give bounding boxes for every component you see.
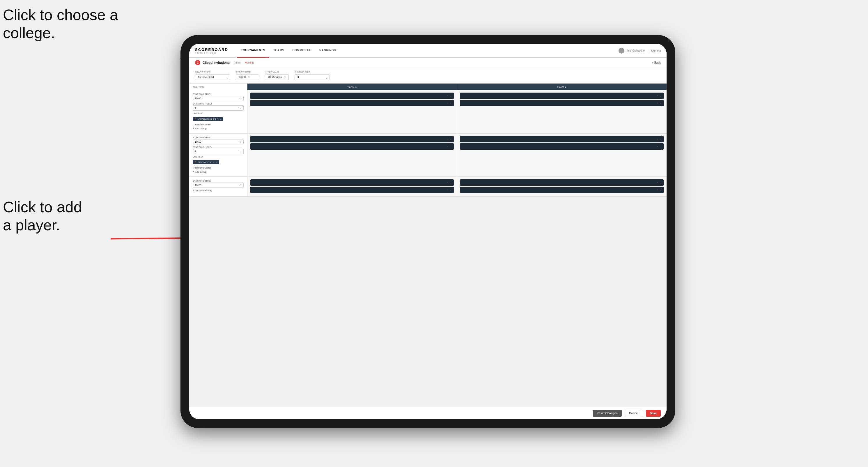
group-size-label: Group Size — [294, 71, 330, 73]
starting-time-value-0[interactable]: 10:00 ⏱ — [193, 96, 244, 101]
course-chevron-1[interactable]: ⌄ — [215, 161, 218, 164]
form-group-start-type: Start Type 1st Tee Start — [195, 71, 230, 80]
tee-left-0: STARTING TIME: 10:00 ⏱ STARTING HOLE: 1 … — [189, 90, 247, 133]
starting-time-value-2[interactable]: 10:20 ⏱ — [193, 183, 244, 188]
tablet-frame: SCOREBOARD Powered by clippd TOURNAMENTS… — [181, 35, 675, 428]
slot-chevron-icon[interactable]: ⌄ — [659, 181, 662, 184]
slot-chevron-icon[interactable]: ⌄ — [659, 188, 662, 191]
player-slot-t2-0-1[interactable]: × ⌄ — [460, 100, 664, 106]
slot-x-icon[interactable]: × — [657, 102, 658, 104]
start-time-label: Start Time — [236, 71, 259, 73]
player-slot-t1-1-1[interactable]: × ⌄ — [250, 143, 454, 150]
tee-right-1: × ⌄ × ⌄ × ⌄ — [247, 134, 666, 177]
remove-group-btn-1[interactable]: ○ Remove Group — [193, 166, 244, 169]
back-label: Back — [654, 61, 661, 64]
course-chevron-0[interactable]: ⌄ — [219, 117, 222, 120]
slot-chevron-icon[interactable]: ⌄ — [450, 102, 452, 104]
slot-x-icon[interactable]: × — [447, 102, 448, 104]
group-size-select-wrapper[interactable]: 3 — [294, 74, 330, 80]
nav-tab-tournaments[interactable]: TOURNAMENTS — [237, 44, 269, 58]
col-header-team2: Team 2 — [457, 84, 666, 90]
player-slot-t1-0-0[interactable]: × ⌄ — [250, 93, 454, 99]
slot-x-icon[interactable]: × — [657, 188, 658, 191]
course-tag-0[interactable]: 🏌 (A) Peachtree GC × ⌄ — [193, 117, 223, 121]
form-group-start-time: Start Time 10:00 ⏱ — [236, 71, 259, 80]
course-name-1: East Lake GC — [198, 161, 212, 164]
clippd-logo-icon: C — [195, 60, 200, 65]
slot-x-icon[interactable]: × — [447, 145, 448, 148]
main-content: Tee Time Team 1 Team 2 STARTING TIME: 10… — [189, 84, 666, 407]
annotation-line3: Click to add — [3, 198, 82, 215]
course-icon-0: 🏌 — [194, 118, 197, 120]
slot-x-icon[interactable]: × — [447, 138, 448, 141]
player-slot-t2-2-1[interactable]: × ⌄ — [460, 187, 664, 193]
start-time-input[interactable]: 10:00 ⏱ — [236, 74, 259, 80]
start-time-value: 10:00 — [238, 76, 246, 79]
nav-tabs: TOURNAMENTS TEAMS COMMITTEE RANKINGS — [237, 44, 619, 58]
course-remove-0[interactable]: × — [217, 117, 219, 120]
slot-chevron-icon[interactable]: ⌄ — [450, 138, 452, 141]
slot-x-icon[interactable]: × — [657, 181, 658, 184]
nav-tab-teams[interactable]: TEAMS — [269, 44, 288, 58]
team1-col-1: × ⌄ × ⌄ — [247, 134, 457, 177]
start-type-label: Start Type — [195, 71, 230, 73]
starting-hole-value-0[interactable]: 1 ⌃⌄ — [193, 105, 244, 111]
slot-x-icon[interactable]: × — [447, 181, 448, 184]
nav-tab-rankings[interactable]: RANKINGS — [315, 44, 340, 58]
starting-time-value-1[interactable]: 10:10 ⏱ — [193, 139, 244, 145]
player-slot-t1-1-0[interactable]: × ⌄ — [250, 136, 454, 143]
slot-chevron-icon[interactable]: ⌄ — [450, 145, 452, 148]
slot-chevron-icon[interactable]: ⌄ — [659, 102, 662, 104]
add-group-btn-1[interactable]: + Add Group — [193, 170, 244, 174]
start-type-select[interactable]: 1st Tee Start — [195, 74, 230, 80]
tee-right-0: × ⌄ × ⌄ × ⌄ — [247, 90, 666, 133]
course-tag-1[interactable]: 🏌 East Lake GC × ⌄ — [193, 160, 219, 164]
back-chevron-icon: ‹ — [652, 61, 653, 64]
sign-out-link[interactable]: Sign out — [651, 49, 661, 52]
slot-chevron-icon[interactable]: ⌄ — [659, 94, 662, 97]
player-slot-t2-1-0[interactable]: × ⌄ — [460, 136, 664, 143]
player-slot-t2-0-0[interactable]: × ⌄ — [460, 93, 664, 99]
slot-chevron-icon[interactable]: ⌄ — [659, 145, 662, 148]
slot-x-icon[interactable]: × — [447, 188, 448, 191]
annotation-line2: college. — [3, 25, 55, 41]
group-size-select[interactable]: 3 — [294, 74, 330, 80]
starting-hole-value-1[interactable]: 1 ⌃⌄ — [193, 149, 244, 154]
tee-row-2: STARTING TIME: 10:20 ⏱ STARTING HOLE: × … — [189, 177, 666, 197]
slot-x-icon[interactable]: × — [657, 145, 658, 148]
slot-chevron-icon[interactable]: ⌄ — [450, 181, 452, 184]
slot-x-icon[interactable]: × — [657, 94, 658, 97]
course-label-0: COURSE: — [193, 113, 244, 115]
course-remove-1[interactable]: × — [213, 161, 215, 164]
group-actions-0: ○ Remove Group + Add Group — [193, 123, 244, 130]
player-slot-t2-1-1[interactable]: × ⌄ — [460, 143, 664, 150]
player-slot-t1-0-1[interactable]: × ⌄ — [250, 100, 454, 106]
slot-x-icon[interactable]: × — [657, 138, 658, 141]
slot-x-icon[interactable]: × — [447, 94, 448, 97]
starting-hole-label-1: STARTING HOLE: — [193, 146, 244, 148]
remove-group-btn-0[interactable]: ○ Remove Group — [193, 123, 244, 126]
tournament-name: Clippd Invitational — [203, 61, 230, 64]
back-button[interactable]: ‹ Back — [652, 61, 661, 64]
slot-chevron-icon[interactable]: ⌄ — [450, 94, 452, 97]
time-icon-0: ⏱ — [239, 97, 242, 100]
intervals-icon: ⏱ — [283, 76, 286, 79]
slot-chevron-icon[interactable]: ⌄ — [450, 188, 452, 191]
breadcrumb-area: C Clippd Invitational (Men) Hosting — [195, 60, 253, 65]
slot-chevron-icon[interactable]: ⌄ — [659, 138, 662, 141]
starting-time-label-1: STARTING TIME: — [193, 136, 244, 138]
cancel-button[interactable]: Cancel — [625, 410, 643, 417]
team2-col-0: × ⌄ × ⌄ — [457, 90, 666, 133]
player-slot-t1-2-1[interactable]: × ⌄ — [250, 187, 454, 193]
player-slot-t2-2-0[interactable]: × ⌄ — [460, 179, 664, 186]
nav-tab-committee[interactable]: COMMITTEE — [288, 44, 315, 58]
player-slot-t1-2-0[interactable]: × ⌄ — [250, 179, 454, 186]
reset-changes-button[interactable]: Reset Changes — [593, 410, 622, 417]
user-email: blair@clippd.io — [627, 49, 645, 52]
start-type-select-wrapper[interactable]: 1st Tee Start — [195, 74, 230, 80]
save-button[interactable]: Save — [646, 410, 661, 417]
add-group-btn-0[interactable]: + Add Group — [193, 127, 244, 130]
intervals-input[interactable]: 10 Minutes ⏱ — [265, 74, 289, 80]
group-actions-1: ○ Remove Group + Add Group — [193, 166, 244, 174]
annotation-line4: a player. — [3, 217, 60, 234]
